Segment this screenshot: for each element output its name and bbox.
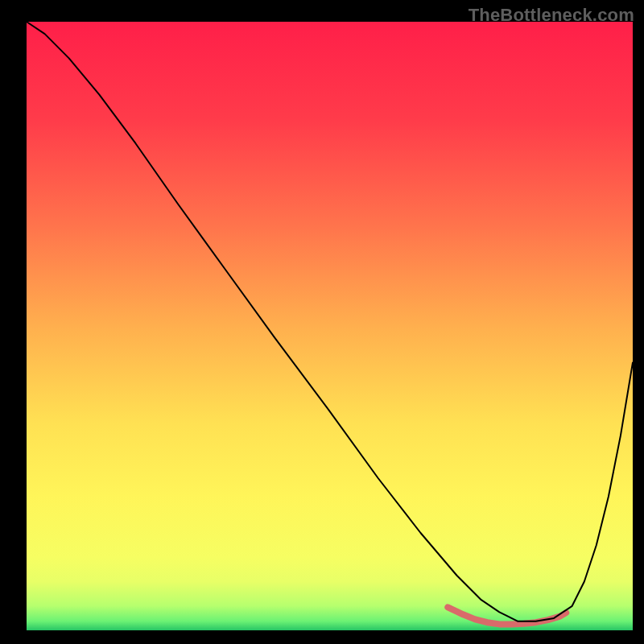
bottleneck-chart (0, 0, 644, 644)
plot-background (27, 22, 633, 630)
chart-frame: TheBottleneck.com (0, 0, 644, 644)
watermark-label: TheBottleneck.com (469, 5, 634, 26)
